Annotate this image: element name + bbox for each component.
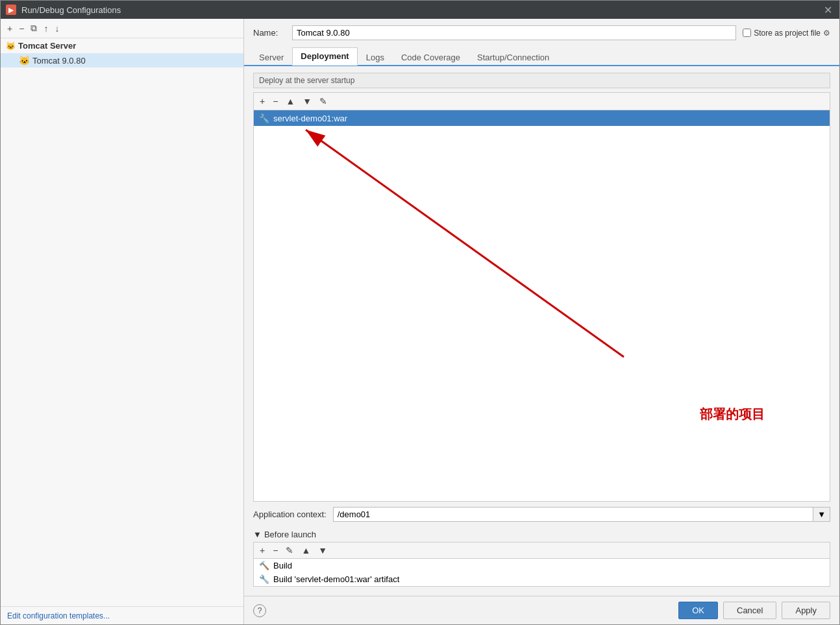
app-icon: ▶ <box>6 5 16 15</box>
title-bar: ▶ Run/Debug Configurations ✕ <box>1 1 839 19</box>
deploy-item-name-0: servlet-demo01:war <box>273 114 347 123</box>
tomcat-item-icon: 🐱 <box>19 55 30 66</box>
close-button[interactable]: ✕ <box>821 3 834 16</box>
app-context-label: Application context: <box>253 509 327 519</box>
cancel-button[interactable]: Cancel <box>723 602 776 619</box>
app-context-row: Application context: ▼ <box>253 502 830 526</box>
app-context-dropdown-arrow[interactable]: ▼ <box>813 508 830 521</box>
svg-line-1 <box>306 130 624 357</box>
tab-startup-connection[interactable]: Startup/Connection <box>469 49 558 66</box>
deploy-add-button[interactable]: + <box>256 95 268 108</box>
dialog-body: + − ⧉ ↑ ↓ 🐱 Tomcat Server 🐱 Tomcat 9.0.8… <box>1 19 839 624</box>
tab-deployment[interactable]: Deployment <box>292 47 357 66</box>
tab-content: Deploy at the server startup + − ▲ ▼ ✎ 🔧… <box>244 66 839 596</box>
deploy-list: 🔧 servlet-demo01:war <box>253 110 830 502</box>
before-launch-item-label-1: Build 'servlet-demo01:war' artifact <box>273 574 399 584</box>
bottom-buttons: OK Cancel Apply <box>678 602 830 619</box>
before-launch-toolbar: + − ✎ ▲ ▼ <box>253 542 830 558</box>
before-launch-remove-button[interactable]: − <box>269 544 281 557</box>
edit-templates-link[interactable]: Edit configuration templates... <box>7 611 110 620</box>
left-panel: + − ⧉ ↑ ↓ 🐱 Tomcat Server 🐱 Tomcat 9.0.8… <box>1 19 244 624</box>
add-config-button[interactable]: + <box>5 22 15 35</box>
tree-item-tomcat[interactable]: 🐱 Tomcat 9.0.80 <box>1 53 243 67</box>
before-launch-list: 🔨 Build 🔧 Build 'servlet-demo01:war' art… <box>253 558 830 587</box>
right-panel: Name: Store as project file ⚙ Server Dep… <box>244 19 839 624</box>
before-launch-add-button[interactable]: + <box>256 544 268 557</box>
left-footer: Edit configuration templates... <box>1 606 243 624</box>
app-context-input[interactable] <box>334 508 813 521</box>
deploy-up-button[interactable]: ▲ <box>282 95 298 108</box>
store-checkbox[interactable] <box>743 29 751 37</box>
tabs-row: Server Deployment Logs Code Coverage Sta… <box>244 47 839 66</box>
before-launch-item-1[interactable]: 🔧 Build 'servlet-demo01:war' artifact <box>254 572 830 586</box>
bottom-bar: ? OK Cancel Apply <box>244 596 839 624</box>
remove-config-button[interactable]: − <box>16 22 27 35</box>
deploy-section-label: Deploy at the server startup <box>253 73 830 88</box>
deploy-item-0[interactable]: 🔧 servlet-demo01:war <box>254 110 830 126</box>
build-icon: 🔨 <box>259 561 269 570</box>
before-launch-item-0[interactable]: 🔨 Build <box>254 559 830 572</box>
deploy-down-button[interactable]: ▼ <box>299 95 315 108</box>
store-label: Store as project file <box>754 29 821 38</box>
tree-group-tomcat: 🐱 Tomcat Server <box>1 38 243 53</box>
copy-config-button[interactable]: ⧉ <box>28 21 40 35</box>
before-launch-header[interactable]: ▼ Before launch <box>253 530 830 539</box>
gear-icon: ⚙ <box>823 29 830 38</box>
deploy-remove-button[interactable]: − <box>269 95 281 108</box>
ok-button[interactable]: OK <box>678 602 718 619</box>
name-row: Name: Store as project file ⚙ <box>244 19 839 47</box>
left-toolbar: + − ⧉ ↑ ↓ <box>1 19 243 38</box>
before-launch-down-button[interactable]: ▼ <box>315 544 330 557</box>
deploy-item-icon-0: 🔧 <box>259 113 269 123</box>
tab-logs[interactable]: Logs <box>358 49 393 66</box>
store-checkbox-area: Store as project file ⚙ <box>743 29 830 38</box>
app-context-combo: ▼ <box>333 507 830 522</box>
move-up-button[interactable]: ↑ <box>41 22 51 35</box>
artifact-icon: 🔧 <box>259 574 269 584</box>
before-launch-item-label-0: Build <box>273 561 292 570</box>
name-label: Name: <box>253 28 286 38</box>
deploy-toolbar: + − ▲ ▼ ✎ <box>253 92 830 110</box>
deploy-section: Deploy at the server startup + − ▲ ▼ ✎ 🔧… <box>253 73 830 526</box>
name-input[interactable] <box>292 25 736 40</box>
help-button[interactable]: ? <box>253 604 266 617</box>
tomcat-group-icon: 🐱 <box>6 42 16 51</box>
config-tree: 🐱 Tomcat Server 🐱 Tomcat 9.0.80 <box>1 38 243 606</box>
tab-code-coverage[interactable]: Code Coverage <box>393 49 469 66</box>
move-down-button[interactable]: ↓ <box>52 22 62 35</box>
annotation-text: 部署的项目 <box>700 406 765 423</box>
before-launch-edit-button[interactable]: ✎ <box>282 544 297 557</box>
deploy-edit-button[interactable]: ✎ <box>316 95 330 108</box>
before-launch-section: ▼ Before launch + − ✎ ▲ ▼ 🔨 Build <box>253 526 830 589</box>
dialog-window: ▶ Run/Debug Configurations ✕ + − ⧉ ↑ ↓ 🐱… <box>0 0 840 625</box>
before-launch-collapse-icon: ▼ <box>253 530 262 539</box>
before-launch-up-button[interactable]: ▲ <box>298 544 314 557</box>
dialog-title: Run/Debug Configurations <box>21 5 816 15</box>
tab-server[interactable]: Server <box>251 49 292 66</box>
apply-button[interactable]: Apply <box>782 602 830 619</box>
before-launch-label: Before launch <box>264 530 316 539</box>
